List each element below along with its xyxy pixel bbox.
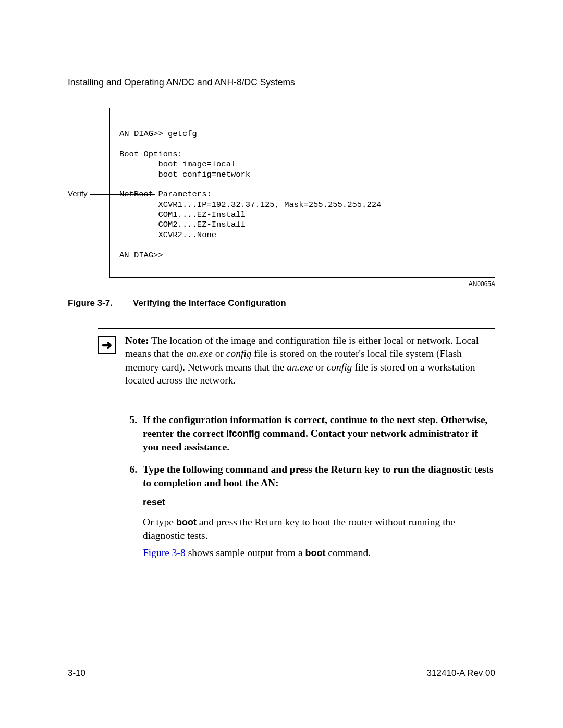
verify-callout-line <box>90 194 155 195</box>
running-header: Installing and Operating AN/DC and ANH-8… <box>68 77 495 88</box>
step-6-para-2: Figure 3-8 shows sample output from a bo… <box>143 546 495 560</box>
terminal-output: AN_DIAG>> getcfg Boot Options: boot imag… <box>109 108 495 278</box>
note-block: ➜ Note: The location of the image and co… <box>98 328 495 392</box>
note-text: Note: The location of the image and conf… <box>125 334 495 387</box>
step-6-para-1: Or type boot and press the Return key to… <box>143 515 495 542</box>
header-rule <box>68 92 495 92</box>
figure-image-id: AN0065A <box>68 280 495 288</box>
page-footer: 3-10 312410-A Rev 00 <box>68 664 495 678</box>
doc-revision: 312410-A Rev 00 <box>427 668 495 678</box>
figure-3-8-link[interactable]: Figure 3-8 <box>143 547 186 558</box>
reset-command: reset <box>143 497 495 508</box>
page-number: 3-10 <box>68 668 85 678</box>
figure-3-7: Verify AN_DIAG>> getcfg Boot Options: bo… <box>68 108 495 288</box>
step-list: If the configuration information is corr… <box>124 413 495 560</box>
note-label: Note: <box>125 335 149 346</box>
arrow-icon: ➜ <box>98 336 116 354</box>
step-6: Type the following command and press the… <box>140 463 495 560</box>
figure-number: Figure 3-7. <box>68 298 133 309</box>
verify-callout-label: Verify <box>68 189 88 198</box>
figure-caption: Figure 3-7.Verifying the Interface Confi… <box>68 298 495 309</box>
step-5: If the configuration information is corr… <box>140 413 495 453</box>
figure-caption-text: Verifying the Interface Configuration <box>133 298 286 308</box>
